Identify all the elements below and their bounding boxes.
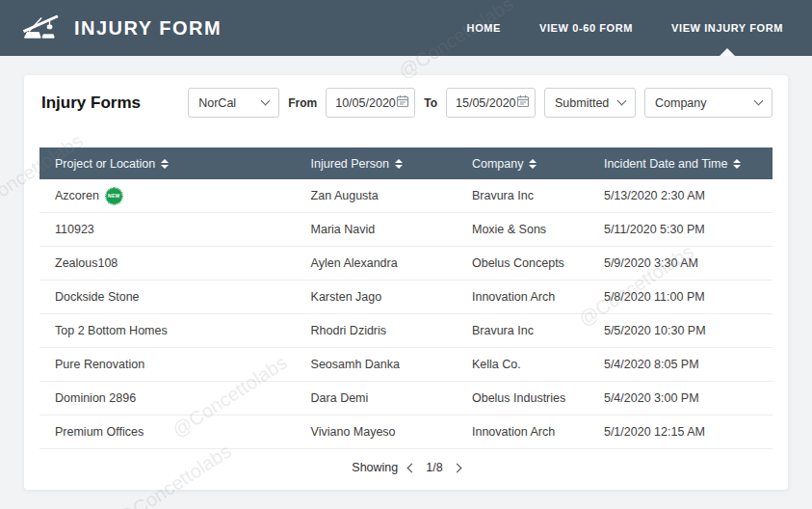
project-cell: Azcoren NEW	[39, 188, 311, 204]
next-page-icon[interactable]	[452, 463, 461, 472]
from-date-value: 10/05/2020	[335, 96, 396, 110]
showing-label: Showing	[352, 461, 398, 474]
incident-datetime-cell: 5/4/2020 3:00 PM	[604, 391, 773, 405]
company-cell: Bravura Inc	[472, 324, 604, 337]
from-date-input[interactable]: 10/05/2020	[326, 88, 415, 118]
project-cell: 110923	[39, 223, 311, 236]
to-date-value: 15/05/2020	[456, 96, 516, 110]
column-header-label: Injured Person	[311, 157, 389, 171]
project-name: Premium Offices	[55, 425, 144, 439]
company-cell: Innovation Arch	[472, 290, 604, 304]
status-select[interactable]: Submitted	[544, 88, 636, 118]
column-header-injured-person[interactable]: Injured Person	[311, 157, 472, 171]
column-header-label: Company	[472, 157, 524, 171]
project-cell: Top 2 Bottom Homes	[39, 324, 311, 337]
to-date-input[interactable]: 15/05/2020	[446, 88, 536, 118]
incident-datetime-cell: 5/9/2020 3:30 AM	[604, 256, 773, 270]
table-row[interactable]: Pure Renovation Seosamh Danka Kella Co. …	[39, 348, 773, 382]
injured-person-cell: Rhodri Dzidris	[311, 324, 472, 337]
nav-item-view-0-60-form[interactable]: VIEW 0-60 FORM	[539, 0, 633, 56]
main-nav: HOME VIEW 0-60 FORM VIEW INJURY FORM	[467, 0, 791, 56]
company-cell: Moxie & Sons	[472, 223, 604, 236]
project-cell: Zealous108	[39, 256, 311, 270]
incident-datetime-cell: 5/13/2020 2:30 AM	[604, 189, 773, 202]
logo-text: INJURY FORM	[74, 17, 222, 40]
injured-person-cell: Maria Navid	[311, 223, 472, 236]
content-card: Injury Forms NorCal From 10/05/2020 To	[24, 75, 788, 490]
incident-datetime-cell: 5/5/2020 10:30 PM	[604, 324, 773, 337]
project-cell: Dockside Stone	[39, 290, 311, 304]
project-name: Dominion 2896	[55, 391, 136, 405]
active-tab-indicator	[720, 48, 735, 56]
table-row[interactable]: Dockside Stone Karsten Jago Innovation A…	[39, 281, 773, 314]
pagination: Showing 1/8	[39, 461, 773, 474]
sort-icon	[529, 159, 537, 169]
chevron-down-icon	[617, 96, 627, 106]
project-cell: Premium Offices	[39, 425, 311, 439]
project-name: Dockside Stone	[55, 290, 140, 304]
company-select[interactable]: Company	[644, 88, 773, 118]
table-row[interactable]: 110923 Maria Navid Moxie & Sons 5/11/202…	[39, 213, 773, 247]
chevron-down-icon	[261, 96, 271, 106]
sort-icon	[733, 159, 741, 169]
from-label: From	[288, 96, 317, 110]
injured-person-cell: Aylen Alexandra	[311, 256, 472, 270]
app-header: INJURY FORM HOME VIEW 0-60 FORM VIEW INJ…	[0, 0, 812, 56]
nav-item-home[interactable]: HOME	[467, 0, 501, 56]
page-title: Injury Forms	[39, 94, 141, 113]
company-cell: Innovation Arch	[472, 425, 604, 439]
injury-forms-table: Project or Location Injured Person Compa…	[39, 147, 773, 449]
company-cell: Bravura Inc	[472, 189, 604, 202]
incident-datetime-cell: 5/1/2020 12:15 AM	[604, 425, 773, 439]
to-label: To	[424, 96, 437, 110]
previous-page-icon[interactable]	[407, 463, 417, 472]
app-logo[interactable]: INJURY FORM	[21, 13, 222, 43]
incident-datetime-cell: 5/4/2020 8:05 PM	[604, 358, 773, 371]
sort-icon	[395, 159, 403, 169]
region-select-value: NorCal	[198, 96, 236, 110]
column-header-label: Incident Date and Time	[604, 157, 728, 171]
company-cell: Obelus Concepts	[472, 256, 604, 270]
chevron-down-icon	[754, 96, 764, 106]
new-badge: NEW	[106, 188, 122, 204]
calendar-icon	[396, 94, 409, 111]
column-header-company[interactable]: Company	[472, 157, 604, 171]
table-header-row: Project or Location Injured Person Compa…	[39, 147, 773, 179]
company-select-value: Company	[655, 96, 707, 110]
project-cell: Dominion 2896	[39, 391, 311, 405]
project-cell: Pure Renovation	[39, 358, 311, 371]
incident-datetime-cell: 5/8/2020 11:00 PM	[604, 290, 773, 304]
injured-person-cell: Dara Demi	[311, 391, 472, 405]
table-row[interactable]: Premium Offices Viviano Mayeso Innovatio…	[39, 415, 773, 449]
calendar-icon	[516, 94, 530, 111]
company-cell: Kella Co.	[472, 358, 604, 371]
project-name: Top 2 Bottom Homes	[55, 324, 168, 337]
filter-controls: NorCal From 10/05/2020 To 15/05/2020	[188, 88, 773, 118]
injured-person-cell: Viviano Mayeso	[311, 425, 472, 439]
column-header-label: Project or Location	[55, 157, 155, 171]
table-body: Azcoren NEW Zan Augusta Bravura Inc 5/13…	[39, 179, 773, 449]
crane-icon	[21, 13, 65, 43]
project-name: Pure Renovation	[55, 358, 144, 371]
page-indicator: 1/8	[426, 461, 442, 474]
column-header-incident-date[interactable]: Incident Date and Time	[604, 157, 773, 171]
filter-bar: Injury Forms NorCal From 10/05/2020 To	[39, 88, 773, 118]
sort-icon	[161, 159, 169, 169]
injured-person-cell: Seosamh Danka	[311, 358, 472, 371]
nav-label: VIEW 0-60 FORM	[539, 22, 633, 34]
project-name: 110923	[55, 223, 94, 236]
company-cell: Obelus Industries	[472, 391, 604, 405]
region-select[interactable]: NorCal	[188, 88, 279, 118]
table-row[interactable]: Azcoren NEW Zan Augusta Bravura Inc 5/13…	[39, 179, 773, 213]
project-name: Azcoren	[55, 189, 99, 202]
nav-label: HOME	[467, 22, 501, 34]
incident-datetime-cell: 5/11/2020 5:30 PM	[604, 223, 773, 236]
table-row[interactable]: Zealous108 Aylen Alexandra Obelus Concep…	[39, 247, 773, 281]
nav-label: VIEW INJURY FORM	[671, 22, 783, 34]
nav-item-view-injury-form[interactable]: VIEW INJURY FORM	[671, 0, 783, 56]
injured-person-cell: Karsten Jago	[311, 290, 472, 304]
status-select-value: Submitted	[555, 96, 609, 110]
table-row[interactable]: Top 2 Bottom Homes Rhodri Dzidris Bravur…	[39, 314, 773, 348]
column-header-project[interactable]: Project or Location	[39, 157, 311, 171]
table-row[interactable]: Dominion 2896 Dara Demi Obelus Industrie…	[39, 382, 773, 415]
